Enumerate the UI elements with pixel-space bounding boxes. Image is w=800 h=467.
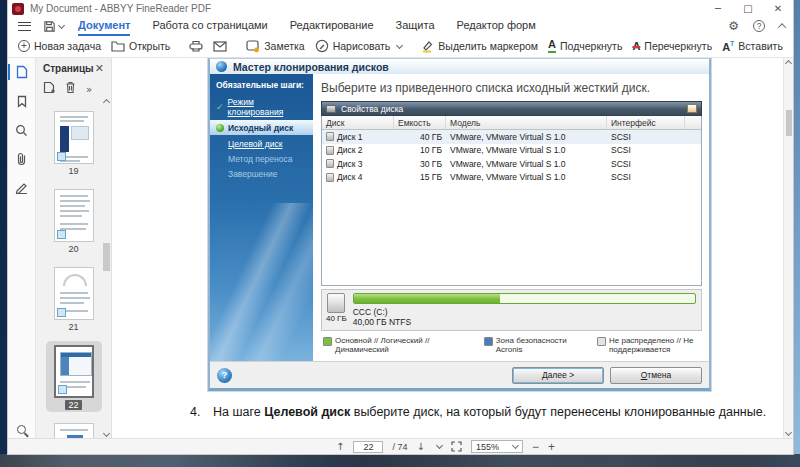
main-menu-icon[interactable] (18, 22, 31, 31)
panel-more-icon[interactable]: » (86, 84, 92, 95)
table-row[interactable]: Диск 1 40 ГБ VMware, VMware Virtual S 1.… (322, 130, 701, 144)
step-target-disk[interactable]: Целевой диск (210, 136, 313, 151)
page-badge-icon (57, 308, 66, 317)
step-source-disk[interactable]: Исходный диск (210, 120, 313, 135)
disk-icon (326, 173, 334, 182)
collapse-ribbon-icon[interactable] (778, 23, 786, 31)
signature-panel-button[interactable] (14, 180, 30, 196)
save-dropdown-icon[interactable] (58, 21, 65, 28)
previous-page-icon[interactable]: ↑ (336, 441, 344, 452)
close-button[interactable]: ✕ (763, 0, 793, 17)
wizard-help-icon[interactable]: ? (217, 368, 232, 383)
disk-table-header: Диск Емкость Модель Интерфейс (322, 116, 701, 130)
highlight-button[interactable]: Выделить маркером (421, 40, 538, 53)
wizard-globe-icon (216, 61, 227, 72)
panel-close-icon[interactable]: ✕ (95, 63, 104, 74)
draw-dropdown-icon[interactable] (396, 41, 403, 48)
minimize-button[interactable]: ─ (703, 0, 733, 17)
table-row[interactable]: Диск 2 10 ГБ VMware, VMware Virtual S 1.… (322, 144, 701, 158)
pages-panel-button[interactable] (14, 64, 30, 80)
note-icon (246, 40, 260, 53)
page-total: / 74 (392, 442, 407, 452)
help-icon[interactable]: ? (753, 20, 765, 32)
table-row[interactable]: Диск 4 15 ГБ VMware, VMware Virtual S 1.… (322, 171, 701, 185)
bookmarks-panel-button[interactable] (14, 93, 30, 109)
maximize-button[interactable]: □ (733, 0, 763, 17)
list-number: 4. (190, 402, 213, 422)
panel-scrollbar-thumb[interactable] (103, 243, 110, 271)
tab-pages[interactable]: Работа со страницами (152, 17, 267, 36)
strikethrough-button[interactable]: A Перечеркнуть (632, 40, 712, 52)
wizard-steps-sidebar: Обязательные шаги: ✓ Режим клонирования … (210, 74, 313, 361)
print-button[interactable] (189, 40, 203, 52)
pages-panel-title: Страницы (43, 63, 94, 74)
window-title: My Document - ABBYY FineReader PDF (30, 3, 211, 14)
legend: Основной // Логический // Динамический З… (321, 331, 702, 354)
toolbar: + Новая задача Открыть Заметка (8, 35, 793, 58)
wizard-heading: Выберите из приведенного списка исходный… (321, 79, 702, 101)
page-thumbnail-21[interactable]: 21 (46, 263, 102, 334)
note-button[interactable]: Заметка (246, 40, 304, 53)
page-thumbnail-20[interactable]: 20 (46, 185, 102, 256)
fit-screen-icon[interactable] (451, 441, 462, 452)
steps-header: Обязательные шаги: (210, 74, 313, 94)
check-icon: ✓ (216, 102, 224, 112)
legend-green-swatch (323, 337, 332, 346)
page-nav-dropdown-icon[interactable] (436, 442, 443, 449)
attachments-panel-button[interactable] (14, 151, 30, 167)
add-page-icon[interactable] (43, 80, 55, 98)
scrollbar-thumb[interactable] (786, 110, 792, 136)
step-clone-mode[interactable]: ✓ Режим клонирования (210, 94, 313, 119)
main-area: Страницы ✕ » (8, 58, 793, 438)
props-bar-right-icon[interactable] (687, 104, 697, 113)
underline-button[interactable]: A Подчеркнуть (548, 39, 622, 53)
wizard-content: Выберите из приведенного списка исходный… (313, 74, 709, 361)
draw-button[interactable]: Нарисовать (315, 39, 403, 53)
page-thumbnail-23[interactable] (46, 419, 102, 438)
search-panel-button[interactable] (14, 122, 30, 138)
settings-gear-icon[interactable]: ⚙ (728, 19, 739, 33)
tab-edit[interactable]: Редактирование (290, 17, 374, 36)
wizard-screenshot: Мастер клонирования дисков Обязательные … (208, 58, 711, 391)
magnifier-icon (17, 425, 26, 434)
insert-text-icon: AT (722, 40, 734, 53)
scroll-down-icon[interactable] (785, 429, 792, 436)
tab-protect[interactable]: Защита (396, 17, 435, 36)
title-bar: My Document - ABBYY FineReader PDF ─ □ ✕ (8, 0, 793, 17)
legend-item-unallocated: Не распределено // Не поддерживается (597, 336, 702, 354)
page-badge-icon (58, 385, 67, 394)
strikethrough-a-icon: A (632, 40, 640, 52)
partition-bar[interactable] (353, 293, 696, 304)
envelope-icon (213, 41, 227, 52)
tab-document[interactable]: Документ (78, 17, 130, 36)
scroll-up-icon[interactable] (785, 60, 792, 67)
new-task-button[interactable]: + Новая задача (18, 40, 101, 52)
zoom-page-button[interactable] (8, 425, 35, 434)
abbyy-logo-icon (12, 3, 24, 15)
insert-text-button[interactable]: AT Вставить (722, 40, 783, 53)
page-thumbnail-19[interactable]: 19 (46, 107, 102, 178)
page-badge-icon (57, 230, 66, 239)
thumbnail-list: 19 20 (36, 103, 111, 438)
page-thumbnail-22[interactable]: 22 (46, 341, 102, 412)
disk-properties-button[interactable]: Свойства диска (321, 101, 702, 116)
disk-table: Диск Емкость Модель Интерфейс Диск 1 40 … (321, 116, 702, 286)
next-page-icon[interactable]: ↓ (416, 441, 424, 452)
zoom-select[interactable]: 155% (471, 440, 523, 453)
tab-form-editor[interactable]: Редактор форм (457, 17, 536, 36)
marker-icon (421, 40, 434, 53)
disk-properties-icon (326, 105, 336, 113)
open-button[interactable]: Открыть (111, 40, 170, 52)
disk-icon (326, 132, 334, 141)
cancel-button[interactable]: Отмена (610, 367, 702, 384)
delete-page-icon[interactable] (65, 80, 76, 98)
table-row[interactable]: Диск 3 30 ГБ VMware, VMware Virtual S 1.… (322, 157, 701, 171)
app-window: My Document - ABBYY FineReader PDF ─ □ ✕… (7, 0, 794, 455)
document-scrollbar[interactable] (783, 58, 793, 438)
current-page-input[interactable]: 22 (353, 441, 383, 453)
save-button[interactable] (43, 20, 64, 33)
email-button[interactable] (213, 41, 227, 52)
wizard-footer: ? Далее > Отмена (210, 361, 709, 388)
next-button[interactable]: Далее > (512, 367, 604, 384)
step-finish: Завершение (210, 166, 313, 181)
